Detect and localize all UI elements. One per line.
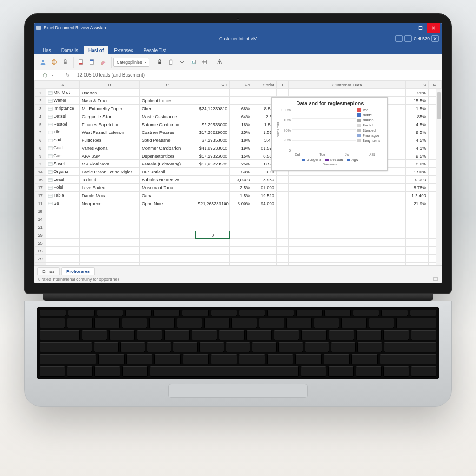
cell[interactable]: West Pasadificsterion [79,128,139,136]
cell[interactable]: $17,28229000 [196,128,230,136]
cell[interactable] [79,207,139,215]
column-header[interactable]: B [79,81,139,89]
view-controls[interactable] [433,277,438,282]
cell[interactable]: Leasl [46,176,80,184]
cell[interactable]: 15% [230,152,252,160]
cell[interactable] [289,239,406,247]
cell[interactable] [230,215,252,223]
cell[interactable] [406,239,428,247]
cell[interactable] [196,239,230,247]
column-header[interactable]: C [139,81,196,89]
cell[interactable]: 85% [406,112,428,120]
cell[interactable] [277,192,289,199]
column-header[interactable]: A [46,81,80,89]
vertical-scrollbar[interactable] [436,89,442,265]
column-header[interactable]: VH [196,81,230,89]
cell[interactable] [289,176,406,184]
cell[interactable]: Sad [46,136,80,144]
cell[interactable] [46,263,80,266]
cell[interactable] [230,207,252,215]
cell[interactable]: Tabla [46,192,80,199]
cell[interactable]: 4.1% [406,144,428,152]
cell[interactable]: 01.000 [252,184,276,192]
table-row[interactable]: 21 [35,223,442,231]
cell[interactable] [252,239,276,247]
cell[interactable]: $17,29326000 [196,152,230,160]
column-header[interactable]: Corlet [252,81,276,89]
row-header[interactable]: 6 [35,136,46,144]
cell[interactable] [46,223,80,231]
cell[interactable]: 15.5% [406,97,428,105]
cell[interactable]: Se [46,199,80,207]
table-row[interactable]: 25 [35,247,442,255]
cell[interactable] [139,223,196,231]
cell[interactable]: $24,12239810 [196,105,230,112]
cell[interactable] [46,231,80,239]
cell[interactable] [277,255,289,263]
cell[interactable] [277,199,289,207]
cell[interactable]: 9.5% [406,152,428,160]
cell[interactable] [289,89,406,97]
table-row[interactable]: 11SeNeoplieneOpne Nine$21,2632891008.00%… [35,199,442,207]
cell[interactable]: 18% [230,120,252,128]
cell[interactable]: 8.00% [230,199,252,207]
cell[interactable]: Damle Moca [79,192,139,199]
cell[interactable]: Datsel [46,112,80,120]
cell[interactable]: 4.5% [406,120,428,128]
cell[interactable]: Todned [79,176,139,184]
cell[interactable] [277,223,289,231]
ribbon-tab[interactable]: Extenses [109,46,138,54]
cell[interactable] [406,223,428,231]
ribbon-tab[interactable]: Domalis [57,46,83,54]
cell[interactable] [252,207,276,215]
ribbon-tab[interactable]: Has [38,46,56,54]
cell[interactable]: MP Floal Vore [79,160,139,168]
cell[interactable]: Basle Goron Latine Vigler [79,168,139,176]
row-header[interactable]: 2 [35,97,46,105]
cell[interactable]: Sosel [46,160,80,168]
picture-icon[interactable] [189,58,198,67]
cell[interactable] [252,263,276,266]
cell[interactable]: Babales Herttee 25 [139,176,196,184]
maximize-button[interactable] [414,23,427,33]
cell[interactable] [230,89,252,97]
table-row[interactable]: 1MN MistUsenes28% [35,89,442,97]
cell[interactable]: Monmer Cardoarion [139,144,196,152]
cell[interactable]: 8.78% [406,184,428,192]
row-header[interactable]: 15 [35,176,46,184]
cell[interactable]: Custiner Peoses [139,128,196,136]
cell[interactable] [79,231,139,239]
cell[interactable] [289,223,406,231]
cell[interactable]: Maste Custioance [139,112,196,120]
cell[interactable] [230,97,252,105]
cell[interactable] [139,89,196,97]
row-header[interactable]: 4 [35,112,46,120]
cell[interactable]: 1.5% [406,105,428,112]
cell[interactable] [252,255,276,263]
cell[interactable] [196,247,230,255]
cell[interactable] [289,184,406,192]
cell[interactable]: 1.5% [230,192,252,199]
cell[interactable] [139,239,196,247]
cell[interactable] [277,184,289,192]
cell[interactable]: 64% [230,112,252,120]
cell[interactable] [196,215,230,223]
ribbon-tab-active[interactable]: Hasl of [84,46,108,54]
cell[interactable]: $2,29536000 [196,120,230,128]
sheet-tab[interactable]: Enlies [37,267,60,275]
globe-icon[interactable] [49,58,59,67]
cell[interactable]: Opplient Lonies [139,97,196,105]
cell[interactable] [46,207,80,215]
fx-icon[interactable]: fx [62,70,73,80]
cell[interactable] [139,263,196,266]
cell[interactable] [277,247,289,255]
cell[interactable]: Neopliene [79,199,139,207]
cell[interactable]: Cae [46,152,80,160]
cell[interactable] [406,247,428,255]
spreadsheet[interactable]: ABCVHFoCorletTCustomer DataGM1MN MistUse… [34,80,442,265]
cell[interactable] [46,255,80,263]
embedded-chart[interactable]: Data and for reglesmepions Intenemee 1.3… [271,97,388,171]
cell[interactable]: 21.9% [406,199,428,207]
cell[interactable] [79,215,139,223]
doc-close-button[interactable] [431,35,439,42]
